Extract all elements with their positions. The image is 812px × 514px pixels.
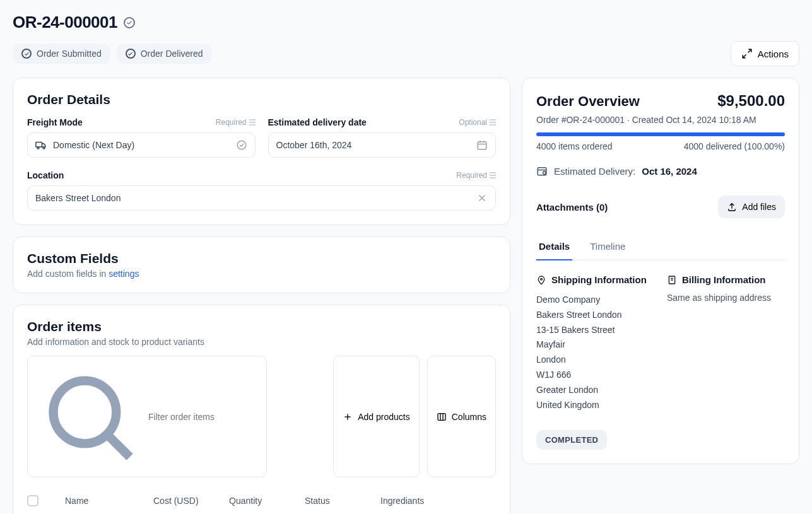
- svg-line-0: [748, 49, 751, 52]
- actions-button[interactable]: Actions: [731, 41, 799, 66]
- overview-tabs: Details Timeline: [536, 233, 785, 260]
- add-files-label: Add files: [742, 202, 776, 212]
- address-line: Demo Company: [536, 293, 654, 308]
- address-line: W1J 666: [536, 368, 654, 383]
- delivery-date-value: October 16th, 2024: [276, 140, 352, 150]
- address-line: Mayfair: [536, 337, 654, 353]
- svg-point-5: [237, 141, 246, 149]
- tab-timeline[interactable]: Timeline: [587, 233, 628, 260]
- expand-icon: [741, 48, 753, 59]
- billing-info: Billing Information Same as shipping add…: [667, 274, 785, 412]
- plus-icon: [343, 412, 353, 422]
- custom-fields-heading: Custom Fields: [27, 251, 496, 266]
- custom-fields-subtitle: Add custom fields in settings: [27, 269, 496, 279]
- svg-rect-2: [36, 143, 42, 148]
- field-label: Location: [27, 170, 64, 180]
- location-input[interactable]: Bakers Street London: [27, 185, 496, 211]
- svg-rect-6: [478, 142, 486, 149]
- address-line: London: [536, 353, 654, 368]
- completed-badge: COMPLETED: [536, 430, 607, 450]
- order-overview-card: Order Overview $9,500.00 Order #OR-24-00…: [522, 78, 799, 464]
- items-ordered: 4000 items ordered: [536, 141, 613, 151]
- status-chip-label: Order Submitted: [37, 49, 102, 59]
- columns-icon: [437, 412, 447, 422]
- search-icon: [35, 363, 143, 470]
- items-delivered: 4000 delivered (100.00%): [684, 141, 785, 151]
- svg-point-22: [543, 172, 546, 175]
- status-chip-delivered: Order Delivered: [117, 44, 212, 64]
- order-items-card: Order items Add information and stock to…: [13, 305, 510, 514]
- add-products-label: Add products: [358, 412, 410, 422]
- table-header: Name Cost (USD) Quantity Status Ingredia…: [27, 486, 496, 514]
- truck-icon: [35, 139, 47, 151]
- order-items-subtitle: Add information and stock to product var…: [27, 337, 496, 347]
- check-circle-icon: [21, 49, 32, 59]
- col-name: Name: [65, 496, 147, 506]
- delivery-date-input[interactable]: October 16th, 2024: [268, 132, 497, 158]
- shipping-info: Shipping Information Demo CompanyBakers …: [536, 274, 654, 412]
- required-badge: Required: [216, 118, 256, 127]
- verified-icon: [124, 17, 135, 28]
- status-chip-submitted: Order Submitted: [13, 44, 110, 64]
- clear-icon[interactable]: [476, 192, 488, 204]
- custom-fields-card: Custom Fields Add custom fields in setti…: [13, 237, 510, 293]
- check-icon: [236, 139, 247, 151]
- attachments-label: Attachments (0): [536, 202, 608, 213]
- overview-heading: Order Overview: [536, 93, 640, 110]
- check-circle-icon: [126, 49, 136, 59]
- address-line: United Kingdom: [536, 398, 654, 413]
- filter-items-input[interactable]: [148, 412, 259, 422]
- progress-bar: [536, 132, 785, 136]
- address-line: Bakers Street London: [536, 308, 654, 323]
- overview-meta: Order #OR-24-000001 · Created Oct 14, 20…: [536, 115, 785, 125]
- upload-icon: [727, 202, 737, 212]
- col-cost: Cost (USD): [153, 496, 223, 506]
- order-details-heading: Order Details: [27, 92, 496, 107]
- filter-items-search[interactable]: [27, 356, 267, 477]
- svg-point-24: [541, 278, 543, 280]
- calendar-icon: [476, 139, 488, 151]
- select-all-checkbox[interactable]: [27, 495, 38, 506]
- field-label: Freight Mode: [27, 117, 83, 127]
- order-items-table: Name Cost (USD) Quantity Status Ingredia…: [27, 486, 496, 514]
- actions-label: Actions: [758, 49, 789, 59]
- delivery-date-field: Estimated delivery date Optional October…: [268, 117, 497, 158]
- address-line: Greater London: [536, 383, 654, 398]
- col-ingredients: Ingrediants: [380, 496, 458, 506]
- freight-mode-field: Freight Mode Required Domestic (Next Day…: [27, 117, 256, 158]
- col-quantity: Quantity: [229, 496, 298, 506]
- address-line: 13-15 Bakers Street: [536, 323, 654, 338]
- map-pin-icon: [536, 275, 546, 285]
- settings-link[interactable]: settings: [109, 269, 139, 279]
- field-label: Estimated delivery date: [268, 117, 367, 127]
- freight-mode-select[interactable]: Domestic (Next Day): [27, 132, 256, 158]
- est-delivery-date: Oct 16, 2024: [642, 166, 697, 177]
- add-files-button[interactable]: Add files: [718, 196, 785, 218]
- status-chip-label: Order Delivered: [141, 49, 203, 59]
- overview-price: $9,500.00: [717, 92, 785, 110]
- location-field: Location Required Bakers Street London: [27, 170, 496, 211]
- receipt-icon: [667, 275, 677, 285]
- order-items-heading: Order items: [27, 319, 496, 334]
- freight-value: Domestic (Next Day): [53, 140, 134, 150]
- page-title: OR-24-000001: [13, 13, 117, 32]
- add-products-button[interactable]: Add products: [333, 356, 420, 477]
- svg-point-4: [43, 147, 45, 149]
- location-value: Bakers Street London: [35, 193, 121, 203]
- svg-rect-16: [438, 413, 445, 420]
- svg-point-3: [37, 147, 39, 149]
- est-delivery-label: Estimated Delivery:: [554, 166, 635, 177]
- required-badge: Required: [456, 171, 496, 180]
- svg-line-1: [743, 55, 746, 58]
- order-details-card: Order Details Freight Mode Required Dome…: [13, 78, 510, 225]
- calendar-clock-icon: [536, 165, 548, 177]
- billing-heading: Billing Information: [682, 274, 766, 285]
- shipping-heading: Shipping Information: [551, 274, 647, 285]
- columns-label: Columns: [452, 412, 486, 422]
- columns-button[interactable]: Columns: [427, 356, 496, 477]
- svg-point-12: [54, 381, 117, 444]
- optional-badge: Optional: [459, 118, 496, 127]
- tab-details[interactable]: Details: [536, 233, 572, 260]
- col-status: Status: [305, 496, 374, 506]
- svg-line-13: [107, 435, 130, 457]
